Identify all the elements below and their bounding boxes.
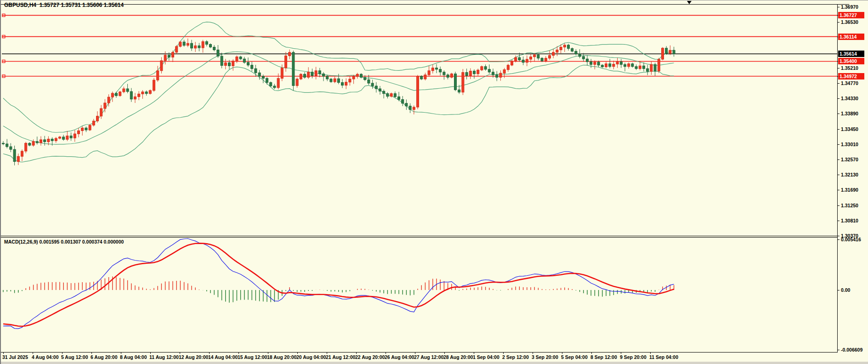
candle-bullish: [194, 42, 197, 52]
candle-body: [496, 75, 498, 77]
price-tick-mark: [837, 175, 840, 175]
candle-body: [375, 86, 377, 89]
candle-bullish: [176, 45, 178, 54]
chart-shift-marker-icon[interactable]: [687, 1, 692, 4]
candle-body: [239, 57, 242, 59]
candle-bearish: [266, 77, 268, 85]
candle-bearish: [44, 136, 46, 146]
candle-bullish: [511, 60, 513, 66]
candle-bearish: [654, 63, 656, 76]
candle-body: [187, 43, 189, 46]
price-tick-mark: [837, 159, 840, 160]
candle-body: [191, 43, 193, 48]
candle-bullish: [202, 40, 204, 53]
candle-bullish: [428, 66, 430, 76]
candle-body: [277, 78, 279, 87]
price-tick-mark: [837, 98, 840, 99]
candle-body: [552, 52, 555, 56]
candle-bearish: [251, 62, 253, 71]
price-chart-panel[interactable]: [2, 4, 837, 236]
candle-body: [477, 70, 479, 74]
candle-body: [224, 63, 227, 65]
candle-bullish: [356, 73, 358, 79]
candle-body: [465, 73, 468, 76]
candle-body: [323, 74, 325, 76]
candle-bearish: [405, 99, 408, 110]
candle-bearish: [210, 43, 212, 48]
candle-body: [126, 89, 129, 91]
candle-bearish: [635, 64, 637, 70]
candle-body: [526, 59, 528, 63]
candle-bearish: [183, 40, 185, 47]
macd-indicator-label: MACD(12,26,9) 0.001595 0.001307 0.000374…: [4, 239, 124, 245]
chart-title: GBPUSD,H4 1.35727 1.35731 1.35606 1.3561…: [4, 2, 124, 8]
time-tick-label: 31 Jul 2025: [2, 354, 28, 360]
candle-bearish: [601, 64, 603, 68]
candle-bullish: [413, 105, 415, 114]
candle-body: [318, 71, 321, 74]
candle-body: [255, 68, 257, 73]
time-tick-label: 6 Aug 20:00: [91, 354, 118, 360]
price-tick-label: 1.31690: [841, 187, 858, 193]
candle-body: [541, 58, 543, 61]
candle-body: [563, 45, 566, 47]
candle-body: [409, 106, 411, 110]
time-tick-mark: [621, 352, 621, 354]
window-bottom-edge: [1, 362, 868, 364]
candle-body: [300, 74, 302, 79]
candle-bullish: [662, 47, 664, 61]
candle-body: [669, 50, 671, 53]
candle-bullish: [78, 128, 80, 137]
candle-body: [273, 86, 276, 88]
price-tick-label: 1.33010: [841, 142, 858, 147]
candle-body: [371, 83, 374, 86]
candle-body: [345, 82, 347, 85]
time-tick-label: 3 Sep 20:00: [532, 354, 558, 360]
candle-bearish: [28, 142, 31, 146]
candle-body: [243, 59, 245, 63]
candle-body: [281, 68, 283, 79]
candle-body: [337, 79, 340, 82]
candle-bullish: [81, 126, 84, 136]
candle-body: [522, 60, 524, 62]
time-tick-label: 11 Sep 04:00: [649, 354, 678, 360]
bollinger-middle-band: [3, 52, 674, 145]
candle-bearish: [247, 57, 250, 67]
candle-body: [292, 52, 295, 85]
candle-body: [62, 137, 65, 139]
candle-body: [59, 137, 61, 138]
candle-body: [221, 56, 223, 65]
price-tick-mark: [837, 190, 840, 190]
candle-body: [579, 54, 581, 57]
candle-bearish: [394, 91, 396, 98]
time-tick-mark: [474, 352, 474, 354]
candle-body: [631, 64, 634, 67]
candle-body: [556, 50, 558, 52]
candle-body: [28, 143, 31, 146]
time-tick-mark: [444, 352, 445, 354]
candle-body: [352, 77, 355, 79]
candle-body: [176, 46, 178, 52]
time-tick-label: 9 Sep 20:00: [620, 354, 647, 360]
candle-body: [315, 71, 317, 76]
candle-bearish: [386, 92, 389, 99]
candle-body: [518, 57, 521, 60]
candle-body: [183, 42, 185, 46]
candle-body: [17, 156, 19, 161]
macd-indicator-panel[interactable]: [2, 238, 837, 353]
candle-body: [92, 121, 95, 125]
candle-body: [157, 71, 159, 80]
candle-body: [402, 99, 404, 103]
candle-bearish: [217, 45, 219, 58]
current-price-tag: 1.35614: [838, 51, 864, 57]
candle-body: [443, 72, 445, 75]
candle-body: [213, 47, 216, 50]
candle-body: [582, 57, 584, 59]
time-tick-label: 18 Aug 20:00: [267, 354, 296, 360]
candle-bullish: [153, 78, 155, 92]
price-tick-label: 1.31250: [841, 203, 858, 208]
candle-bearish: [273, 84, 276, 89]
candle-body: [142, 92, 144, 94]
candle-bearish: [145, 91, 148, 96]
candle-body: [40, 140, 42, 143]
